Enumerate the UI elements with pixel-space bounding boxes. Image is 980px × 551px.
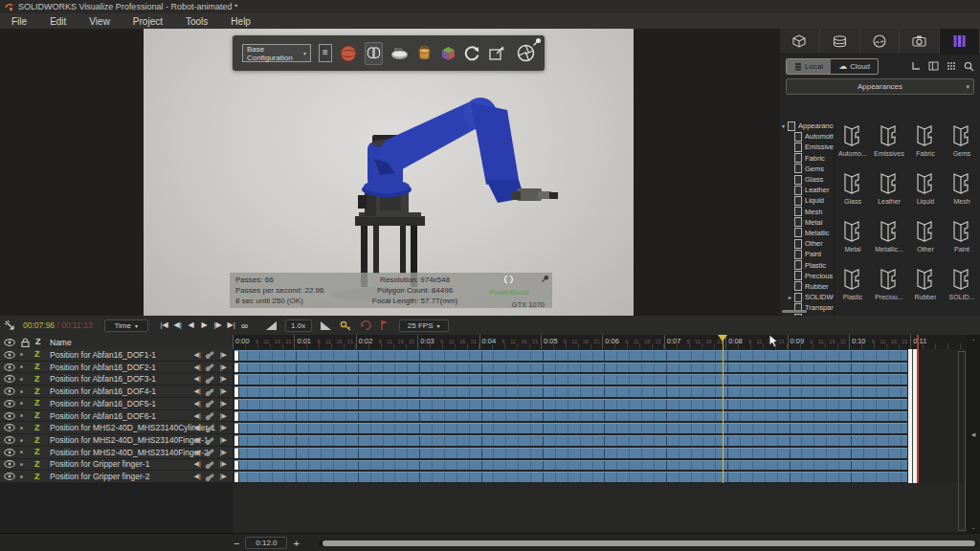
configuration-menu-button[interactable]: ≡ — [319, 44, 332, 62]
tree-item[interactable]: Emissive — [780, 142, 834, 152]
timeline-horizontal-scrollbar[interactable] — [319, 540, 977, 546]
ruler-second-cell[interactable]: 0:05 6 11 16 21 — [541, 335, 602, 349]
keyframe-bar-row[interactable] — [233, 459, 967, 472]
configuration-dropdown[interactable]: Base Configuration ▾ — [242, 44, 311, 62]
animation-curve-icon[interactable]: Z — [34, 375, 40, 384]
keyframe-span-bar[interactable] — [234, 399, 907, 409]
track-row[interactable]: Z Position for Abfan16_DOF2-1 ◀| |▶ — [0, 362, 233, 374]
previous-keyframe-button[interactable]: ◀| — [194, 412, 201, 420]
grid-view-icon[interactable] — [947, 61, 956, 71]
tab-cameras[interactable] — [900, 29, 940, 54]
previous-keyframe-button[interactable]: ◀| — [194, 460, 201, 468]
keyframe-bar-row[interactable] — [233, 398, 967, 410]
ruler-second-cell[interactable]: 0:06 6 11 16 21 — [602, 335, 663, 349]
keyframe-key-icon[interactable] — [207, 412, 214, 419]
preview-render-button[interactable] — [340, 43, 357, 64]
pin-icon[interactable] — [532, 37, 542, 47]
animation-curve-icon[interactable]: Z — [34, 411, 40, 420]
visibility-eye-icon[interactable] — [4, 473, 15, 480]
render-viewport[interactable]: Base Configuration ▾ ≡ — [144, 29, 634, 316]
fps-dropdown[interactable]: 25 FPS ▾ — [399, 320, 449, 332]
keyframe-bar-row[interactable] — [233, 373, 967, 386]
next-keyframe-button[interactable]: |▶ — [220, 387, 227, 395]
keyframe-key-icon[interactable] — [207, 376, 214, 383]
keyframe-span-bar[interactable] — [234, 472, 907, 482]
animation-curve-icon[interactable]: Z — [34, 387, 40, 396]
ruler-second-cell[interactable]: 0:11 — [910, 335, 967, 349]
menu-item[interactable]: View — [78, 16, 122, 27]
next-keyframe-button[interactable]: |▶ — [220, 449, 227, 456]
tree-root[interactable]: ▾ Appearances — [780, 121, 834, 131]
previous-keyframe-button[interactable]: ◀| — [194, 473, 201, 480]
track-row[interactable]: Z Position for Abfan16_DOF3-1 ◀| |▶ — [0, 373, 233, 386]
ruler-second-cell[interactable]: 0:00 6 11 16 21 — [233, 335, 294, 349]
previous-keyframe-button[interactable]: ◀| — [194, 375, 201, 383]
loop-button[interactable]: ∞ — [238, 320, 252, 331]
track-row[interactable]: Z Position for Abfan16_DOF5-1 ◀| |▶ — [0, 398, 233, 410]
next-keyframe-button[interactable]: |▶ — [220, 460, 227, 468]
keyframe-key-icon[interactable] — [207, 436, 214, 443]
keyframe-bar-row[interactable] — [233, 471, 967, 483]
track-row[interactable]: Z Position for Gripper finger-1 ◀| |▶ — [0, 459, 233, 472]
tree-item[interactable]: ▸ SOLIDWORKS — [780, 292, 834, 302]
speed-box[interactable]: 1.0x — [285, 320, 312, 332]
tree-item[interactable]: Fabric — [780, 153, 834, 164]
lock-column-icon[interactable] — [21, 338, 30, 347]
go-to-end-button[interactable]: ▶| — [225, 320, 238, 331]
timeline-ruler[interactable]: 0:00 6 11 16 21 0:01 6 11 16 21 0:02 6 1… — [233, 335, 967, 350]
tree-item[interactable]: Rubber — [780, 281, 834, 292]
ruler-second-cell[interactable]: 0:01 6 11 16 21 — [294, 335, 355, 349]
track-row[interactable]: Z Position for Abfan16_DOF1-1 ◀| |▶ — [0, 349, 233, 362]
tree-item[interactable]: Mesh — [780, 207, 834, 217]
library-folder[interactable]: Fabric — [907, 121, 944, 168]
next-frame-button[interactable]: |▶ — [212, 320, 225, 331]
tab-libraries[interactable] — [940, 29, 980, 54]
animation-curve-icon[interactable]: Z — [34, 473, 40, 481]
track-row[interactable]: Z Position for Abfan16_DOF6-1 ◀| |▶ — [0, 410, 233, 423]
key-icon[interactable] — [340, 320, 352, 331]
keyframe-key-icon[interactable] — [207, 364, 214, 370]
menu-item[interactable]: File — [0, 16, 38, 27]
animation-curve-icon[interactable]: Z — [34, 424, 40, 432]
keyframe-key-icon[interactable] — [207, 425, 214, 431]
appearance-bucket-button[interactable] — [416, 43, 433, 64]
track-row[interactable]: Z Position for MHS2-40D_MHS23140Finger-1… — [0, 434, 233, 447]
keyframe-bar-row[interactable] — [233, 422, 967, 434]
previous-keyframe-button[interactable]: ◀| — [194, 449, 201, 456]
visibility-eye-icon[interactable] — [4, 351, 15, 359]
accurate-render-button[interactable] — [365, 42, 383, 65]
previous-keyframe-button[interactable]: ◀| — [194, 364, 201, 371]
visibility-eye-icon[interactable] — [4, 449, 15, 456]
tree-item[interactable]: Automotive — [780, 131, 834, 142]
search-icon[interactable] — [964, 61, 974, 72]
tree-item[interactable]: Plastic — [780, 259, 834, 270]
visibility-eye-icon[interactable] — [4, 375, 15, 383]
library-folder[interactable]: Paint — [944, 216, 980, 264]
menu-item[interactable]: Edit — [38, 16, 78, 27]
scroll-down-button[interactable]: - — [972, 525, 975, 531]
next-keyframe-button[interactable]: |▶ — [220, 412, 227, 420]
lock-state-dot[interactable] — [20, 402, 23, 405]
lock-state-dot[interactable] — [20, 427, 23, 430]
tree-item[interactable]: Leather — [780, 185, 834, 195]
previous-keyframe-button[interactable]: ◀| — [194, 400, 201, 408]
ruler-second-cell[interactable]: 0:02 6 11 16 21 — [356, 335, 417, 349]
keyframe-span-bar[interactable] — [234, 435, 907, 446]
tree-item[interactable]: Metallic — [780, 228, 834, 238]
track-row[interactable]: Z Position for Abfan16_DOF4-1 ◀| |▶ — [0, 386, 233, 398]
lock-state-dot[interactable] — [20, 451, 23, 453]
library-folder[interactable]: Leather — [871, 168, 907, 216]
ruler-second-cell[interactable]: 0:04 6 11 16 21 — [479, 335, 541, 349]
library-folder[interactable]: Other — [907, 216, 944, 264]
animation-curve-icon[interactable]: Z — [34, 436, 40, 445]
tab-models[interactable] — [780, 29, 820, 54]
next-keyframe-button[interactable]: |▶ — [220, 364, 227, 371]
menu-item[interactable]: Tools — [174, 16, 219, 27]
ruler-second-cell[interactable]: 0:07 6 11 16 21 — [664, 335, 725, 349]
visibility-eye-icon[interactable] — [4, 364, 15, 371]
visibility-eye-icon[interactable] — [4, 460, 15, 468]
library-folder[interactable]: Metal — [835, 216, 871, 264]
tree-item[interactable]: Glass — [780, 174, 834, 185]
collection-dropdown[interactable]: Appearances ▾ — [786, 78, 974, 95]
library-folder[interactable]: Mesh — [944, 168, 980, 216]
